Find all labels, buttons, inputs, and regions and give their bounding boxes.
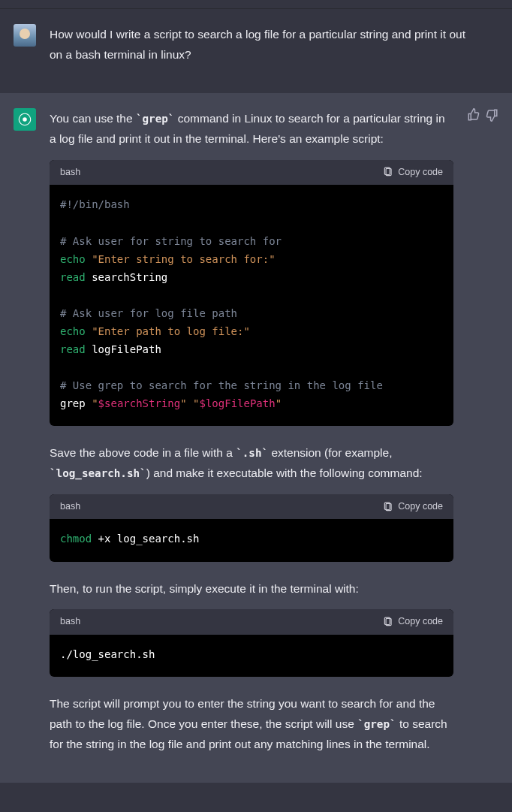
copy-code-button[interactable]: Copy code	[383, 614, 443, 630]
copy-code-button[interactable]: Copy code	[383, 165, 443, 181]
copy-code-label: Copy code	[398, 614, 443, 630]
user-message: How would I write a script to search a l…	[0, 9, 512, 93]
assistant-message: You can use the `grep` command in Linux …	[0, 93, 512, 783]
thumbs-up-icon[interactable]	[467, 108, 480, 122]
copy-code-label: Copy code	[398, 499, 443, 515]
copy-code-button[interactable]: Copy code	[383, 499, 443, 515]
assistant-intro: You can use the `grep` command in Linux …	[50, 108, 453, 149]
inline-code-grep: `grep`	[136, 113, 174, 125]
thumbs-down-icon[interactable]	[485, 108, 498, 122]
code-block-run: bash Copy code ./log_search.sh	[50, 609, 453, 677]
copy-code-label: Copy code	[398, 165, 443, 181]
code-lang-label: bash	[60, 499, 80, 515]
code-lang-label: bash	[60, 614, 80, 630]
save-instructions: Save the above code in a file with a `.s…	[50, 442, 453, 483]
openai-logo-icon	[17, 111, 33, 128]
clipboard-icon	[383, 617, 393, 627]
clipboard-icon	[383, 167, 393, 177]
svg-point-0	[23, 118, 27, 122]
code-body[interactable]: ./log_search.sh	[50, 635, 453, 677]
assistant-avatar	[14, 108, 36, 131]
code-block-script: bash Copy code #!/bin/bash # Ask user fo…	[50, 160, 453, 427]
inline-code-grep: `grep`	[357, 718, 396, 730]
feedback-actions	[467, 108, 498, 765]
user-avatar	[14, 24, 36, 47]
inline-code-filename: `log_search.sh`	[50, 467, 146, 479]
intro-text-pre: You can use the	[50, 112, 136, 125]
window-topbar	[0, 0, 512, 9]
run-instructions: Then, to run the script, simply execute …	[50, 578, 453, 599]
code-lang-label: bash	[60, 165, 80, 181]
clipboard-icon	[383, 502, 393, 512]
user-question-text: How would I write a script to search a l…	[50, 24, 470, 65]
explanation: The script will prompt you to enter the …	[50, 693, 453, 754]
code-body[interactable]: chmod +x log_search.sh	[50, 519, 453, 561]
code-body[interactable]: #!/bin/bash # Ask user for string to sea…	[50, 185, 453, 426]
code-block-chmod: bash Copy code chmod +x log_search.sh	[50, 494, 453, 562]
save-mid: extension (for example,	[268, 446, 392, 459]
inline-code-sh: `.sh`	[236, 447, 268, 459]
save-pre: Save the above code in a file with a	[50, 446, 236, 459]
save-post: ) and make it executable with the follow…	[146, 466, 423, 479]
